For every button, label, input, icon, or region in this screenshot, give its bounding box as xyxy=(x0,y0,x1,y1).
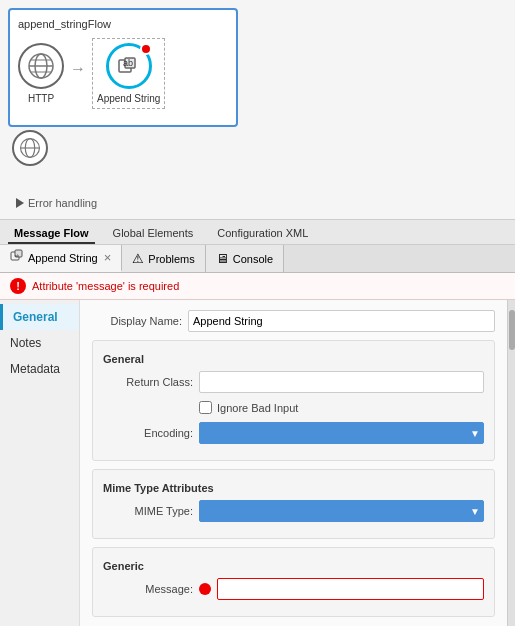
back-http-node xyxy=(12,130,48,166)
generic-section: Generic Message: xyxy=(92,547,495,617)
console-tab-icon: 🖥 xyxy=(216,251,229,266)
return-class-input[interactable] xyxy=(199,371,484,393)
general-section: General Return Class: Ignore Bad Input E… xyxy=(92,340,495,461)
flow-nodes: HTTP → ab Append String xyxy=(18,38,228,109)
close-tab-button[interactable]: × xyxy=(104,250,112,265)
display-name-label: Display Name: xyxy=(92,315,182,327)
encoding-label: Encoding: xyxy=(103,427,193,439)
append-node-wrapper[interactable]: ab Append String xyxy=(92,38,165,109)
message-row: Message: xyxy=(103,578,484,600)
error-dot xyxy=(140,43,152,55)
scrollbar-thumb[interactable] xyxy=(509,310,515,350)
append-node: ab Append String xyxy=(97,43,160,104)
tab-configuration-xml[interactable]: Configuration XML xyxy=(211,224,314,244)
editor-tab-append-string-label: Append String xyxy=(28,252,98,264)
nav-general[interactable]: General xyxy=(0,304,79,330)
back-http-icon xyxy=(12,130,48,166)
problems-tab-icon: ⚠ xyxy=(132,251,144,266)
editor-tab-append-string[interactable]: ab Append String × xyxy=(0,245,122,272)
editor-body: General Notes Metadata Display Name: Gen… xyxy=(0,300,515,626)
return-class-row: Return Class: xyxy=(103,371,484,393)
error-handling-label: Error handling xyxy=(28,197,97,209)
svg-text:ab: ab xyxy=(15,253,20,258)
canvas-area: append_stringFlow HTTP → xyxy=(0,0,515,220)
mime-type-select-wrapper: ▼ xyxy=(199,500,484,522)
append-string-tab-icon: ab xyxy=(10,249,24,266)
arrow-right: → xyxy=(70,60,86,78)
editor-tab-problems-label: Problems xyxy=(148,253,194,265)
encoding-select-wrapper: ▼ xyxy=(199,422,484,444)
generic-section-title: Generic xyxy=(103,560,484,572)
mime-type-section-title: Mime Type Attributes xyxy=(103,482,484,494)
svg-text:ab: ab xyxy=(123,58,133,68)
tab-global-elements[interactable]: Global Elements xyxy=(107,224,200,244)
display-name-input[interactable] xyxy=(188,310,495,332)
return-class-label: Return Class: xyxy=(103,376,193,388)
http-node[interactable]: HTTP xyxy=(18,43,64,104)
mime-type-label: MIME Type: xyxy=(103,505,193,517)
flow-title: append_stringFlow xyxy=(18,18,228,30)
left-nav: General Notes Metadata xyxy=(0,300,80,626)
append-icon: ab xyxy=(106,43,152,89)
mime-type-row: MIME Type: ▼ xyxy=(103,500,484,522)
mime-type-select[interactable] xyxy=(199,500,484,522)
append-label: Append String xyxy=(97,93,160,104)
error-bar: ! Attribute 'message' is required xyxy=(0,273,515,300)
form-area: Display Name: General Return Class: Igno… xyxy=(80,300,507,626)
triangle-icon xyxy=(16,198,24,208)
message-label: Message: xyxy=(103,583,193,595)
tab-message-flow[interactable]: Message Flow xyxy=(8,224,95,244)
ignore-bad-input-label: Ignore Bad Input xyxy=(217,402,298,414)
ignore-bad-input-row: Ignore Bad Input xyxy=(103,401,484,414)
general-section-title: General xyxy=(103,353,484,365)
error-handling[interactable]: Error handling xyxy=(16,197,97,209)
editor-tab-console[interactable]: 🖥 Console xyxy=(206,245,284,272)
nav-notes[interactable]: Notes xyxy=(0,330,79,356)
encoding-row: Encoding: ▼ xyxy=(103,422,484,444)
error-icon: ! xyxy=(10,278,26,294)
http-label: HTTP xyxy=(28,93,54,104)
http-icon xyxy=(18,43,64,89)
editor-tab-console-label: Console xyxy=(233,253,273,265)
scrollbar[interactable] xyxy=(507,300,515,626)
message-input[interactable] xyxy=(217,578,484,600)
view-tabs-bar: Message Flow Global Elements Configurati… xyxy=(0,220,515,245)
display-name-row: Display Name: xyxy=(92,310,495,332)
ignore-bad-input-checkbox[interactable] xyxy=(199,401,212,414)
message-error-indicator xyxy=(199,583,211,595)
mime-type-section: Mime Type Attributes MIME Type: ▼ xyxy=(92,469,495,539)
nav-metadata[interactable]: Metadata xyxy=(0,356,79,382)
editor-tabs-bar: ab Append String × ⚠ Problems 🖥 Console xyxy=(0,245,515,273)
flow-box: append_stringFlow HTTP → xyxy=(8,8,238,127)
encoding-select[interactable] xyxy=(199,422,484,444)
editor-tab-problems[interactable]: ⚠ Problems xyxy=(122,245,205,272)
error-text: Attribute 'message' is required xyxy=(32,280,179,292)
